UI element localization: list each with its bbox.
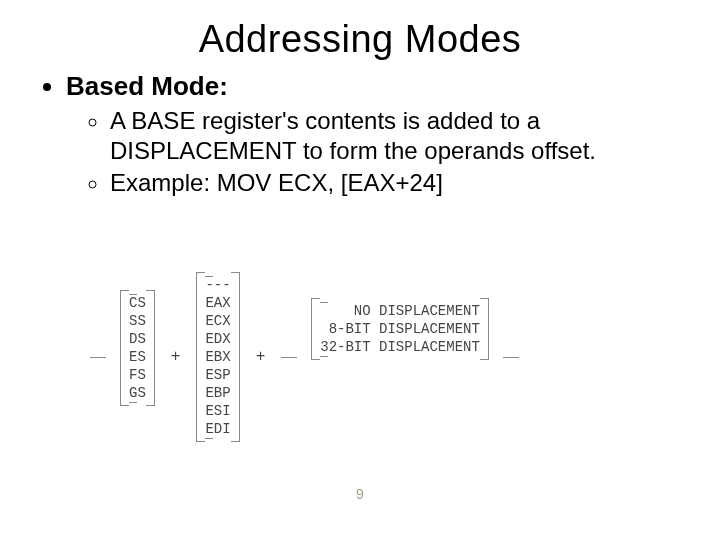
displacement-box: NO DISPLACEMENT 8-BIT DISPLACEMENT 32-BI…	[311, 298, 489, 360]
segment-register: ES	[129, 348, 146, 366]
base-register: EDX	[205, 330, 230, 348]
displacement-option: 32-BIT DISPLACEMENT	[320, 338, 480, 356]
section-heading: Based Mode:	[66, 71, 228, 101]
segment-register: SS	[129, 312, 146, 330]
displacement-option: NO DISPLACEMENT	[320, 302, 480, 320]
connector-line	[281, 357, 297, 358]
base-registers-box: --- EAX ECX EDX EBX ESP EBP ESI EDI	[196, 272, 239, 442]
connector-line	[90, 357, 106, 358]
base-register: ---	[205, 276, 230, 294]
plus-operator: +	[254, 348, 268, 366]
base-register: EAX	[205, 294, 230, 312]
segment-register: CS	[129, 294, 146, 312]
plus-operator: +	[169, 348, 183, 366]
list-item: A BASE register's contents is added to a…	[110, 106, 680, 166]
bullet-list-level2: A BASE register's contents is added to a…	[66, 106, 680, 198]
segment-register: DS	[129, 330, 146, 348]
base-register: ESI	[205, 402, 230, 420]
bullet-list-level1: Based Mode: A BASE register's contents i…	[40, 71, 680, 198]
addressing-diagram: CS SS DS ES FS GS + --- EAX ECX EDX EBX …	[90, 272, 519, 442]
page-number: 9	[0, 486, 720, 502]
base-register: ECX	[205, 312, 230, 330]
page-title: Addressing Modes	[40, 18, 680, 61]
segment-registers-box: CS SS DS ES FS GS	[120, 290, 155, 406]
displacement-option: 8-BIT DISPLACEMENT	[320, 320, 480, 338]
list-item: Based Mode: A BASE register's contents i…	[66, 71, 680, 198]
base-register: EDI	[205, 420, 230, 438]
list-item: Example: MOV ECX, [EAX+24]	[110, 168, 680, 198]
base-register: EBP	[205, 384, 230, 402]
base-register: ESP	[205, 366, 230, 384]
connector-line	[503, 357, 519, 358]
segment-register: GS	[129, 384, 146, 402]
segment-register: FS	[129, 366, 146, 384]
slide: Addressing Modes Based Mode: A BASE regi…	[0, 0, 720, 540]
base-register: EBX	[205, 348, 230, 366]
